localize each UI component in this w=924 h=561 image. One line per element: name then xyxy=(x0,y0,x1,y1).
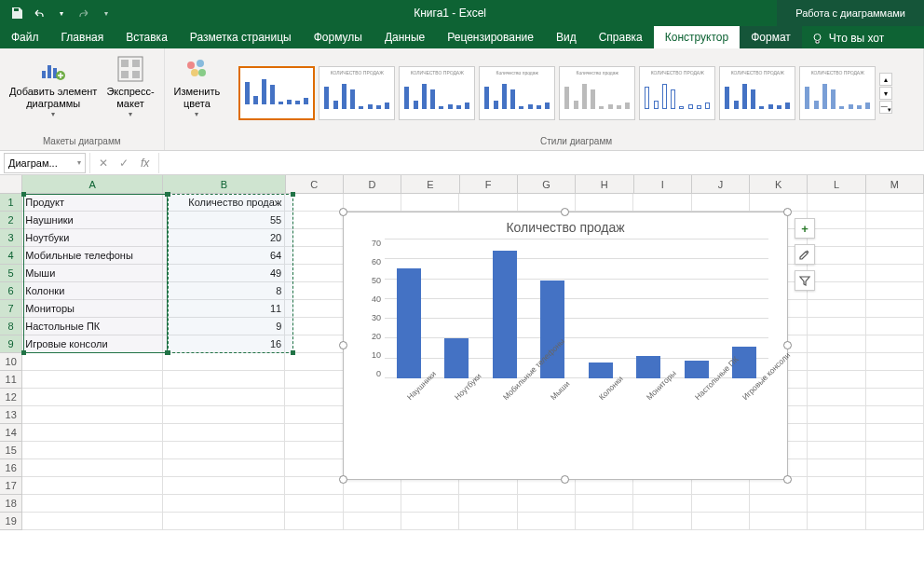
column-header[interactable]: L xyxy=(808,175,865,194)
cell[interactable] xyxy=(163,371,285,389)
tab-home[interactable]: Главная xyxy=(50,26,116,48)
chart-style-thumbnail[interactable]: КОЛИЧЕСТВО ПРОДАЖ xyxy=(799,66,876,120)
row-header[interactable]: 16 xyxy=(0,459,22,477)
cell[interactable] xyxy=(750,495,808,513)
cell[interactable] xyxy=(163,442,285,459)
name-box[interactable]: Диаграм... ▾ xyxy=(4,153,86,173)
chart-style-thumbnail[interactable] xyxy=(238,66,315,120)
cell[interactable] xyxy=(808,229,865,247)
cell[interactable]: 8 xyxy=(163,282,285,300)
row-header[interactable]: 5 xyxy=(0,265,22,282)
column-header[interactable]: J xyxy=(692,175,750,194)
cell[interactable] xyxy=(163,459,285,477)
chart-object[interactable]: Количество продаж 706050403020100 Наушни… xyxy=(343,212,788,480)
cell[interactable] xyxy=(576,513,633,530)
cell[interactable]: Колонки xyxy=(22,282,163,300)
cell[interactable] xyxy=(808,495,865,513)
cell[interactable] xyxy=(808,318,865,335)
cell[interactable] xyxy=(285,513,343,530)
cell[interactable] xyxy=(459,495,517,513)
fx-icon[interactable]: fx xyxy=(135,157,155,170)
cell[interactable] xyxy=(518,513,576,530)
chart-plot-area[interactable]: 706050403020100 xyxy=(385,239,768,378)
cancel-icon[interactable]: ✕ xyxy=(94,157,113,170)
undo-icon[interactable] xyxy=(30,4,48,22)
cell[interactable] xyxy=(866,194,924,212)
tab-chart-design[interactable]: Конструктор xyxy=(654,26,740,48)
cell[interactable] xyxy=(808,477,865,495)
cell[interactable] xyxy=(808,300,865,318)
cell[interactable] xyxy=(163,353,285,371)
column-header[interactable]: E xyxy=(401,175,459,194)
cell[interactable] xyxy=(692,513,750,530)
chart-filter-button[interactable] xyxy=(795,270,815,291)
cell[interactable] xyxy=(285,247,343,265)
cell[interactable] xyxy=(866,459,924,477)
worksheet-grid[interactable]: ABCDEFGHIJKLM 1ПродуктКоличество продаж2… xyxy=(0,175,924,561)
cell[interactable] xyxy=(866,389,924,406)
cell[interactable] xyxy=(808,194,865,212)
chart-elements-button[interactable]: + xyxy=(795,218,815,239)
cell[interactable] xyxy=(866,424,924,442)
cell[interactable] xyxy=(22,442,163,459)
cell[interactable] xyxy=(285,300,343,318)
cell[interactable] xyxy=(866,265,924,282)
cell[interactable] xyxy=(808,353,865,371)
chart-bar[interactable] xyxy=(397,268,421,378)
cell[interactable]: Количество продаж xyxy=(163,194,285,212)
cell[interactable] xyxy=(285,265,343,282)
cell[interactable] xyxy=(163,513,285,530)
column-header[interactable]: I xyxy=(634,175,692,194)
styles-scroll-down-icon[interactable]: ▾ xyxy=(879,87,892,100)
cell[interactable] xyxy=(808,335,865,353)
cell[interactable] xyxy=(285,229,343,247)
cell[interactable] xyxy=(285,389,343,406)
column-header[interactable]: C xyxy=(286,175,344,194)
cell[interactable] xyxy=(285,477,343,495)
row-header[interactable]: 4 xyxy=(0,247,22,265)
cell[interactable] xyxy=(808,442,865,459)
cell[interactable] xyxy=(344,495,401,513)
cell[interactable] xyxy=(22,424,163,442)
row-header[interactable]: 1 xyxy=(0,194,22,212)
tab-page-layout[interactable]: Разметка страницы xyxy=(179,26,303,48)
cell[interactable] xyxy=(866,229,924,247)
cell[interactable] xyxy=(866,282,924,300)
cell[interactable] xyxy=(285,406,343,424)
cell[interactable] xyxy=(163,389,285,406)
styles-scroll-up-icon[interactable]: ▴ xyxy=(879,73,892,86)
cell[interactable]: 49 xyxy=(163,265,285,282)
row-header[interactable]: 17 xyxy=(0,477,22,495)
cell[interactable] xyxy=(22,477,163,495)
cell[interactable]: Игровые консоли xyxy=(22,335,163,353)
cell[interactable] xyxy=(22,459,163,477)
cell[interactable]: Мобильные телефоны xyxy=(22,247,163,265)
cell[interactable] xyxy=(285,194,343,212)
cell[interactable]: Мыши xyxy=(22,265,163,282)
cell[interactable] xyxy=(163,477,285,495)
cell[interactable] xyxy=(285,318,343,335)
cell[interactable]: 64 xyxy=(163,247,285,265)
undo-dropdown-icon[interactable]: ▾ xyxy=(52,4,71,22)
cell[interactable] xyxy=(866,406,924,424)
cell[interactable] xyxy=(163,424,285,442)
cell[interactable]: Продукт xyxy=(22,194,163,212)
column-header[interactable]: D xyxy=(344,175,401,194)
cell[interactable] xyxy=(808,424,865,442)
cell[interactable] xyxy=(808,513,865,530)
cell[interactable] xyxy=(633,513,691,530)
column-header[interactable]: B xyxy=(163,175,285,194)
cell[interactable] xyxy=(518,495,576,513)
cell[interactable]: Мониторы xyxy=(22,300,163,318)
column-header[interactable]: K xyxy=(750,175,808,194)
column-header[interactable]: H xyxy=(576,175,633,194)
cell[interactable] xyxy=(401,513,459,530)
cell[interactable] xyxy=(163,495,285,513)
cell[interactable]: Наушники xyxy=(22,212,163,229)
cell[interactable] xyxy=(518,194,576,212)
row-header[interactable]: 14 xyxy=(0,424,22,442)
cell[interactable]: Ноутбуки xyxy=(22,229,163,247)
cell[interactable] xyxy=(692,495,750,513)
cell[interactable] xyxy=(401,495,459,513)
quick-layout-button[interactable]: Экспресс- макет ▾ xyxy=(102,52,157,120)
